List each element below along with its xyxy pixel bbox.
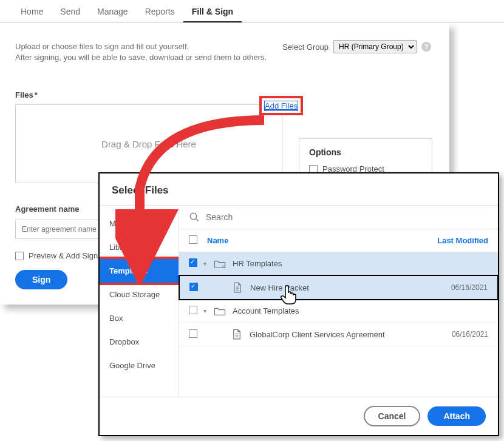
sign-button[interactable]: Sign	[15, 270, 67, 289]
table-header: Name Last Modified	[179, 229, 498, 252]
row-name: HR Templates	[233, 259, 434, 268]
sidebar-cloud-storage[interactable]: Cloud Storage	[100, 283, 179, 306]
document-icon	[231, 282, 244, 293]
row-checkbox[interactable]	[189, 258, 197, 267]
svg-point-0	[190, 213, 197, 220]
row-name: GlobalCorp Client Services Agreement	[250, 330, 434, 339]
add-files-link[interactable]: Add Files	[265, 101, 298, 110]
modal-content: Name Last Modified ▾ HR Templates	[179, 206, 498, 397]
row-checkbox[interactable]	[189, 306, 197, 314]
add-files-highlight: Add Files	[259, 96, 303, 115]
row-name: New Hire Packet	[250, 283, 433, 292]
col-name-header[interactable]: Name	[207, 236, 427, 245]
nav-fill-sign[interactable]: Fill & Sign	[183, 7, 242, 22]
select-group-wrap: Select Group HR (Primary Group) ?	[282, 40, 431, 53]
preview-label: Preview & Add Signa	[29, 251, 102, 260]
col-date-header[interactable]: Last Modified	[427, 236, 488, 245]
row-globalcorp-agreement[interactable]: GlobalCorp Client Services Agreement 06/…	[179, 323, 498, 346]
header-checkbox[interactable]	[189, 235, 197, 244]
expand-icon[interactable]: ▾	[203, 308, 211, 314]
row-date: 06/16/2021	[433, 283, 488, 292]
sidebar-google-drive[interactable]: Google Drive	[100, 354, 179, 377]
cancel-button[interactable]: Cancel	[364, 406, 421, 426]
row-new-hire-packet[interactable]: New Hire Packet 06/16/2021	[179, 275, 498, 300]
row-account-templates[interactable]: ▾ Account Templates	[179, 300, 498, 323]
nav-send[interactable]: Send	[52, 7, 89, 22]
help-icon[interactable]: ?	[421, 42, 431, 52]
nav-reports[interactable]: Reports	[137, 7, 183, 22]
modal-title: Select Files	[100, 173, 498, 205]
sidebar-box[interactable]: Box	[100, 306, 179, 330]
modal-footer: Cancel Attach	[100, 397, 498, 435]
nav-home[interactable]: Home	[12, 7, 52, 22]
folder-icon	[213, 307, 226, 315]
select-files-modal: Select Files My Computer Library Templat…	[98, 172, 499, 436]
row-checkbox[interactable]	[189, 329, 197, 338]
files-label: Files	[15, 90, 434, 99]
row-name: Account Templates	[233, 306, 434, 315]
nav-manage[interactable]: Manage	[89, 7, 137, 22]
expand-icon[interactable]: ▾	[203, 260, 211, 267]
sidebar-my-computer[interactable]: My Computer	[100, 212, 179, 235]
sidebar-library[interactable]: Library	[100, 235, 179, 259]
row-hr-templates[interactable]: ▾ HR Templates	[179, 252, 498, 275]
folder-icon	[213, 260, 226, 268]
top-nav: Home Send Manage Reports Fill & Sign	[0, 0, 504, 23]
select-group-dropdown[interactable]: HR (Primary Group)	[333, 40, 417, 53]
row-checkbox[interactable]	[189, 283, 198, 291]
select-group-label: Select Group	[282, 42, 329, 52]
search-input[interactable]	[206, 212, 488, 222]
instruction-text-2: After signing, you will be able to save,…	[15, 52, 434, 63]
options-title: Options	[309, 147, 422, 157]
preview-checkbox[interactable]	[15, 252, 24, 260]
attach-button[interactable]: Attach	[427, 406, 486, 426]
sidebar-templates[interactable]: Templates	[100, 259, 179, 283]
sidebar-dropbox[interactable]: Dropbox	[100, 330, 179, 354]
row-date: 06/16/2021	[434, 330, 488, 338]
search-row	[179, 206, 498, 229]
file-dropzone[interactable]: Drag & Drop Files Here	[15, 104, 282, 183]
search-icon	[189, 212, 200, 223]
modal-sidebar: My Computer Library Templates Cloud Stor…	[100, 206, 179, 397]
document-icon	[230, 329, 243, 340]
agreement-input[interactable]	[15, 220, 112, 239]
svg-line-1	[196, 218, 199, 221]
